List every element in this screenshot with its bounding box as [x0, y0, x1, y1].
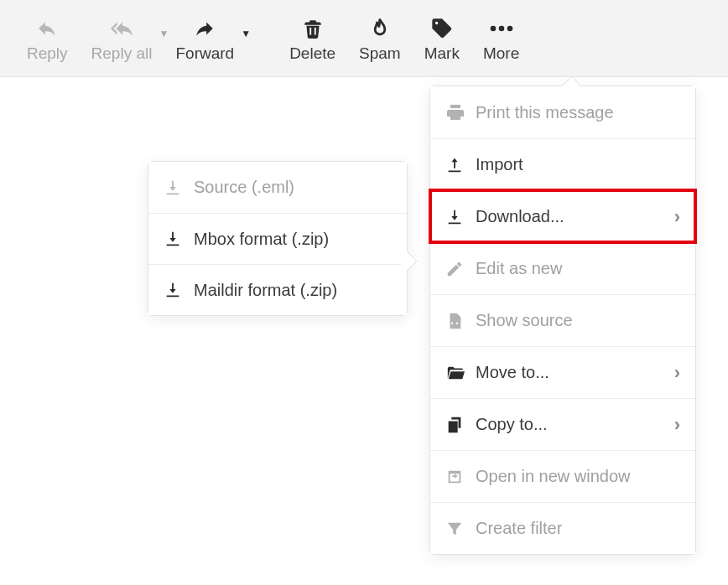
upload-icon — [445, 156, 476, 174]
copy-to-label: Copy to... — [476, 415, 674, 434]
move-to-label: Move to... — [476, 363, 674, 382]
download-source-eml-item: Source (.eml) — [148, 162, 407, 213]
chevron-right-icon: › — [674, 206, 680, 228]
fire-icon — [368, 14, 392, 43]
reply-icon — [34, 14, 60, 43]
reply-label: Reply — [27, 44, 68, 63]
more-icon — [489, 14, 514, 43]
spam-button[interactable]: Spam — [347, 9, 413, 68]
delete-label: Delete — [289, 44, 335, 63]
svg-rect-1 — [314, 27, 315, 34]
mark-button[interactable]: Mark — [413, 9, 471, 68]
download-submenu: Source (.eml) Mbox format (.zip) Maildir… — [148, 161, 408, 316]
edit-as-new-label: Edit as new — [476, 259, 680, 278]
menu-area: Source (.eml) Mbox format (.zip) Maildir… — [0, 77, 728, 585]
copy-to-item[interactable]: Copy to... › — [430, 398, 695, 450]
chevron-right-icon: › — [674, 362, 680, 384]
download-maildir-item[interactable]: Maildir format (.zip) — [148, 264, 407, 315]
folder-open-icon — [445, 364, 476, 382]
show-source-item: Show source — [430, 294, 695, 346]
more-label: More — [483, 44, 519, 63]
delete-button[interactable]: Delete — [278, 9, 347, 68]
printer-icon — [445, 102, 476, 122]
download-icon — [445, 208, 476, 226]
create-filter-label: Create filter — [476, 519, 680, 538]
move-to-item[interactable]: Move to... › — [430, 346, 695, 398]
download-source-eml-label: Source (.eml) — [194, 178, 294, 197]
import-label: Import — [476, 155, 680, 174]
download-icon — [164, 179, 194, 197]
forward-label: Forward — [175, 44, 234, 63]
open-new-window-item: Open in new window — [430, 450, 695, 502]
reply-button: Reply — [15, 9, 80, 68]
print-label: Print this message — [476, 103, 680, 122]
code-file-icon — [445, 312, 476, 330]
forward-icon — [192, 14, 217, 43]
create-filter-item: Create filter — [430, 502, 695, 554]
tag-icon — [430, 14, 454, 43]
reply-all-label: Reply all — [91, 44, 153, 63]
external-window-icon — [445, 468, 476, 486]
pencil-icon — [445, 260, 476, 278]
chevron-right-icon: › — [674, 414, 680, 436]
download-label: Download... — [476, 207, 674, 226]
forward-caret-icon[interactable]: ▼ — [241, 28, 251, 39]
copy-icon — [445, 416, 476, 434]
spam-label: Spam — [359, 44, 401, 63]
forward-button[interactable]: Forward ▼ — [164, 9, 246, 68]
download-mbox-label: Mbox format (.zip) — [194, 230, 329, 249]
download-item[interactable]: Download... › — [430, 190, 695, 242]
download-maildir-label: Maildir format (.zip) — [194, 281, 337, 300]
edit-as-new-item: Edit as new — [430, 242, 695, 294]
svg-point-2 — [490, 25, 496, 31]
more-button[interactable]: More — [471, 9, 531, 68]
print-item: Print this message — [430, 86, 695, 138]
show-source-label: Show source — [476, 311, 680, 330]
svg-rect-0 — [309, 27, 311, 34]
more-menu: Print this message Import Download... › … — [429, 85, 696, 555]
trash-icon — [302, 14, 324, 43]
download-icon — [164, 230, 194, 248]
reply-all-button: Reply all ▼ — [80, 9, 164, 68]
download-icon — [164, 281, 194, 299]
reply-all-icon — [107, 14, 136, 43]
open-new-window-label: Open in new window — [476, 467, 680, 486]
filter-icon — [445, 520, 476, 538]
svg-point-3 — [498, 25, 504, 31]
download-mbox-item[interactable]: Mbox format (.zip) — [148, 213, 407, 264]
svg-point-4 — [507, 25, 512, 31]
mail-toolbar: Reply Reply all ▼ Forward ▼ Delete Spam … — [0, 0, 728, 77]
mark-label: Mark — [424, 44, 460, 63]
import-item[interactable]: Import — [430, 138, 695, 190]
